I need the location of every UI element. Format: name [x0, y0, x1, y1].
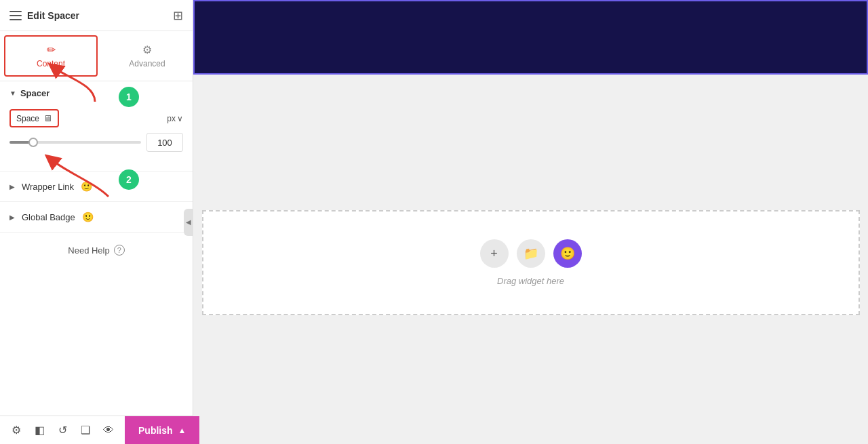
- space-label: Space: [16, 114, 39, 123]
- global-badge-label: Global Badge: [22, 212, 75, 222]
- canvas-area: + 📁 🙂 Drag widget here: [193, 75, 868, 444]
- slider-thumb[interactable]: [28, 138, 38, 147]
- drop-zone: + 📁 🙂 Drag widget here: [202, 210, 860, 315]
- emoji-widget-button[interactable]: 🙂: [553, 239, 582, 268]
- space-row: Space 🖥 px ∨: [9, 109, 183, 127]
- tab-advanced-label: Advanced: [129, 59, 165, 68]
- settings-button[interactable]: ⚙: [5, 420, 27, 441]
- global-badge-arrow-icon: ▶: [9, 214, 15, 221]
- global-badge-row[interactable]: ▶ Global Badge 🙂: [0, 205, 193, 229]
- tab-advanced[interactable]: ⚙ Advanced: [102, 31, 193, 81]
- left-panel: Edit Spacer ⊞ ✏ Content ⚙ Advanced ▼ Spa…: [0, 0, 193, 444]
- spacer-section-content: Space 🖥 px ∨ 100: [0, 105, 193, 168]
- dark-banner: [193, 0, 868, 75]
- drop-icons: + 📁 🙂: [480, 239, 582, 268]
- divider-3: [0, 232, 193, 233]
- monitor-icon: 🖥: [43, 113, 52, 123]
- unit-chevron-icon: ∨: [177, 114, 183, 123]
- publish-label: Publish: [138, 425, 173, 436]
- content-tab-icon: ✏: [47, 43, 56, 56]
- drag-text: Drag widget here: [497, 276, 564, 286]
- slider-row: 100: [9, 133, 183, 152]
- divider-1: [0, 171, 193, 171]
- spacer-arrow-icon: ▼: [9, 89, 16, 97]
- help-circle-icon: ?: [114, 245, 125, 256]
- add-widget-button[interactable]: +: [480, 239, 509, 268]
- bottom-bar: ⚙ ◧ ↺ ❑ 👁 Publish ▲: [0, 416, 193, 444]
- space-value-input[interactable]: 100: [146, 133, 183, 152]
- wrapper-link-label: Wrapper Link: [22, 182, 74, 192]
- global-badge-emoji-icon: 🙂: [82, 211, 94, 222]
- duplicate-button[interactable]: ❑: [75, 420, 96, 441]
- advanced-tab-icon: ⚙: [142, 43, 152, 56]
- divider-2: [0, 201, 193, 202]
- collapse-arrow-icon: ◀: [186, 218, 191, 226]
- unit-label: px: [167, 114, 176, 123]
- slider-track[interactable]: [9, 141, 141, 144]
- need-help-row[interactable]: Need Help ?: [0, 235, 193, 265]
- grid-icon[interactable]: ⊞: [173, 8, 183, 23]
- need-help-label: Need Help: [68, 245, 109, 256]
- collapse-panel-handle[interactable]: ◀: [184, 209, 193, 236]
- publish-button[interactable]: Publish ▲: [125, 416, 199, 445]
- panel-title: Edit Spacer: [27, 10, 79, 21]
- wrapper-link-arrow-icon: ▶: [9, 183, 15, 190]
- hamburger-icon[interactable]: [9, 11, 22, 20]
- spacer-section-header[interactable]: ▼ Spacer: [0, 81, 193, 105]
- tabs-row: ✏ Content ⚙ Advanced: [0, 31, 193, 81]
- layers-button[interactable]: ◧: [28, 420, 50, 441]
- history-button[interactable]: ↺: [52, 420, 73, 441]
- unit-selector[interactable]: px ∨: [167, 114, 183, 123]
- spacer-section-label: Spacer: [20, 88, 50, 98]
- header-left: Edit Spacer: [9, 10, 79, 21]
- tab-content-label: Content: [37, 59, 65, 68]
- panel-body: ▼ Spacer Space 🖥 px ∨: [0, 81, 193, 416]
- tab-content[interactable]: ✏ Content: [4, 35, 98, 77]
- wrapper-link-emoji-icon: 🙂: [81, 181, 92, 192]
- browse-templates-button[interactable]: 📁: [517, 239, 545, 268]
- preview-button[interactable]: 👁: [98, 420, 119, 441]
- wrapper-link-row[interactable]: ▶ Wrapper Link 🙂: [0, 174, 193, 199]
- panel-header: Edit Spacer ⊞: [0, 0, 193, 31]
- main-area: + 📁 🙂 Drag widget here: [193, 0, 868, 444]
- publish-chevron-icon: ▲: [178, 426, 186, 435]
- bottom-icons: ⚙ ◧ ↺ ❑ 👁: [0, 420, 125, 441]
- space-label-box: Space 🖥: [9, 109, 59, 127]
